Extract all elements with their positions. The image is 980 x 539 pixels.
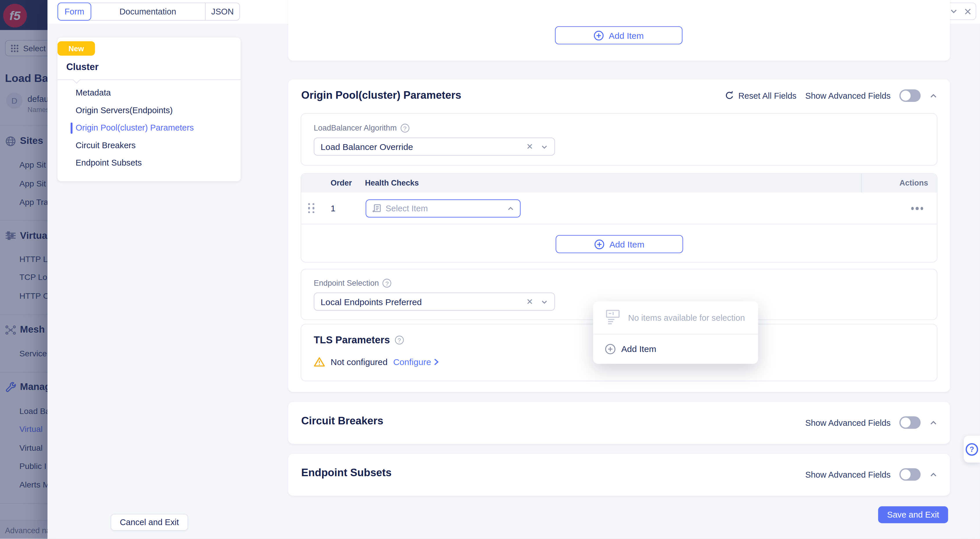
wizard-notch [73,76,80,84]
dropdown-empty-text: No items available for selection [628,313,745,322]
chevron-up-icon[interactable] [507,205,514,212]
lb-algorithm-select[interactable]: Load Balancer Override ✕ [314,137,555,156]
wizard-step-origin-servers[interactable]: Origin Servers(Endpoints) [76,106,172,115]
reset-icon [725,91,734,100]
new-badge: New [57,41,95,56]
cluster-modal: Form Documentation JSON New Cluster Meta… [48,0,980,539]
divider [861,174,862,192]
plus-circle-icon [595,239,605,249]
wizard-step-origin-pool[interactable]: Origin Pool(cluster) Parameters [76,123,194,132]
close-icon[interactable] [961,4,975,18]
collapse-chevron-icon[interactable] [929,91,937,100]
chevron-right-icon [434,358,439,366]
select-dropdown-panel: No items available for selection Add Ite… [593,301,758,364]
console-sidebar: f5 Select Load Bala D defau Names Sites … [0,0,48,539]
help-tooltip-icon[interactable]: ? [401,124,409,133]
help-tooltip-icon[interactable]: ? [383,279,391,288]
active-step-bar [71,122,72,134]
wizard-nav-card: New Cluster Metadata Origin Servers(Endp… [57,38,241,181]
chevron-down-icon[interactable] [541,143,548,150]
chevron-down-icon[interactable] [541,298,548,305]
endpoint-subsets-card: Endpoint Subsets Show Advanced Fields [288,454,950,496]
tls-title: TLS Parameters [314,334,390,346]
clear-icon[interactable]: ✕ [526,142,533,151]
add-item-label: Add Item [609,30,644,41]
app-root: f5 Select Load Bala D defau Names Sites … [0,0,980,539]
save-and-exit-button[interactable]: Save and Exit [878,506,948,523]
reset-all-fields[interactable]: Reset All Fields [725,91,797,100]
show-advanced-toggle[interactable] [899,89,920,102]
configure-label: Configure [393,357,431,367]
endpoint-subsets-title: Endpoint Subsets [301,467,391,479]
plus-circle-icon [605,343,616,354]
wizard-step-metadata[interactable]: Metadata [76,88,111,97]
health-check-placeholder: Select Item [385,204,503,213]
origin-pool-card: Origin Pool(cluster) Parameters Reset Al… [288,79,950,392]
wizard-step-circuit-breakers[interactable]: Circuit Breakers [76,141,135,150]
view-tabs: Form Documentation JSON [57,3,240,21]
help-tab[interactable]: ? [964,436,980,463]
tls-status: Not configured [331,357,388,367]
dropdown-add-item[interactable]: Add Item [593,334,758,363]
help-tooltip-icon[interactable]: ? [395,336,404,345]
tab-form[interactable]: Form [57,3,91,21]
table-header: Order Health Checks Actions [301,174,937,192]
row-order-value: 1 [331,203,336,213]
toggle-knob [901,469,911,480]
dropdown-empty-state: No items available for selection [593,301,758,334]
tab-json[interactable]: JSON [205,3,239,20]
select-item-icon [372,204,381,213]
toggle-knob [901,91,911,101]
clear-icon[interactable]: ✕ [526,297,533,306]
cancel-and-exit-button[interactable]: Cancel and Exit [111,514,188,531]
add-item-button-table[interactable]: Add Item [556,235,683,253]
lb-algorithm-label-row: LoadBalancer Algorithm ? [314,124,409,133]
endpoint-selection-label-row: Endpoint Selection ? [314,279,391,288]
col-actions: Actions [900,179,928,188]
add-item-label: Add Item [609,239,644,249]
col-health-checks: Health Checks [365,179,419,188]
show-advanced-label: Show Advanced Fields [805,470,891,479]
toggle-knob [901,417,911,428]
scrolled-card-top: Add Item [288,0,950,60]
dropdown-add-item-label: Add Item [621,344,656,354]
modal-dim-overlay [0,0,48,539]
health-check-select[interactable]: Select Item [366,199,521,218]
empty-list-icon [606,310,620,326]
tab-documentation[interactable]: Documentation [91,3,205,20]
origin-pool-title: Origin Pool(cluster) Parameters [301,89,461,102]
reset-label: Reset All Fields [738,91,797,100]
show-advanced-label: Show Advanced Fields [805,91,891,100]
warning-icon [314,357,325,367]
lb-algorithm-group: LoadBalancer Algorithm ? Load Balancer O… [301,113,937,165]
col-order: Order [331,179,352,188]
endpoint-selection-label: Endpoint Selection [314,279,379,288]
drag-handle-icon[interactable] [308,203,315,214]
endpoint-selection-value: Local Endpoints Preferred [321,297,527,307]
divider [57,79,241,80]
health-checks-group: Order Health Checks Actions 1 Select Ite… [301,173,937,262]
endpoint-selection-select[interactable]: Local Endpoints Preferred ✕ [314,293,555,311]
circuit-breakers-title: Circuit Breakers [301,415,383,428]
wizard-title: Cluster [66,61,99,72]
wizard-step-endpoint-subsets[interactable]: Endpoint Subsets [76,158,142,167]
table-row: 1 Select Item [301,192,937,224]
add-item-button-top[interactable]: Add Item [555,26,683,45]
show-advanced-toggle[interactable] [899,468,920,480]
help-icon: ? [966,443,978,455]
circuit-breakers-card: Circuit Breakers Show Advanced Fields [288,402,950,444]
show-advanced-toggle[interactable] [899,416,920,429]
show-advanced-label: Show Advanced Fields [805,418,891,427]
row-actions-menu-icon[interactable] [911,207,923,210]
lb-algorithm-label: LoadBalancer Algorithm [314,124,397,133]
collapse-chevron-icon[interactable] [929,418,937,427]
lb-algorithm-value: Load Balancer Override [321,142,527,152]
collapse-chevron-icon[interactable] [929,471,937,479]
plus-circle-icon [593,30,604,41]
tls-configure-link[interactable]: Configure [393,357,439,367]
